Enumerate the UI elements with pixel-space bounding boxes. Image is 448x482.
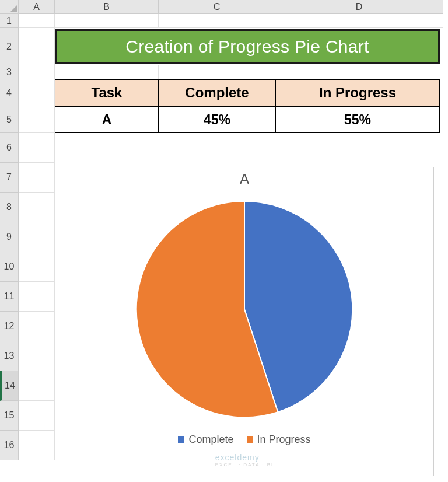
- chart-legend: Complete In Progress: [55, 434, 433, 446]
- table-header-complete[interactable]: Complete: [159, 79, 275, 106]
- watermark: exceldemy EXCEL · DATA · BI: [215, 453, 274, 467]
- pie-svg: [131, 195, 358, 423]
- cell[interactable]: [19, 431, 55, 460]
- legend-item-progress: In Progress: [247, 434, 311, 446]
- row-header-10[interactable]: 10: [0, 252, 19, 282]
- page-title-banner: Creation of Progress Pie Chart: [55, 29, 440, 64]
- watermark-brand: exceldemy: [215, 453, 260, 462]
- table-header-progress[interactable]: In Progress: [275, 79, 440, 106]
- row-header-13[interactable]: 13: [0, 341, 19, 371]
- row-header-6[interactable]: 6: [0, 133, 19, 163]
- cell[interactable]: [19, 28, 55, 65]
- cell[interactable]: [275, 65, 443, 79]
- cell[interactable]: [19, 401, 55, 431]
- cell[interactable]: [19, 341, 55, 371]
- cell[interactable]: [55, 14, 159, 28]
- cell[interactable]: [19, 282, 55, 312]
- col-header-b[interactable]: B: [55, 0, 159, 14]
- cell[interactable]: [19, 79, 55, 106]
- page-title: Creation of Progress Pie Chart: [125, 37, 369, 57]
- row-header-14[interactable]: 14: [0, 371, 19, 401]
- watermark-tag: EXCEL · DATA · BI: [215, 462, 274, 467]
- col-header-d[interactable]: D: [275, 0, 443, 14]
- cell[interactable]: [19, 65, 55, 79]
- cell[interactable]: [19, 133, 55, 163]
- chart-plot-area: [55, 195, 433, 423]
- cell[interactable]: [19, 163, 55, 193]
- row-header-16[interactable]: 16: [0, 431, 19, 460]
- row-header-11[interactable]: 11: [0, 282, 19, 312]
- table-header-task[interactable]: Task: [55, 79, 159, 106]
- cell[interactable]: [159, 14, 275, 28]
- row-header-15[interactable]: 15: [0, 401, 19, 431]
- cell[interactable]: [159, 65, 275, 79]
- cell[interactable]: [19, 106, 55, 133]
- cell[interactable]: [19, 14, 55, 28]
- legend-label: Complete: [188, 434, 233, 446]
- row-header-7[interactable]: 7: [0, 163, 19, 193]
- row-header-5[interactable]: 5: [0, 106, 19, 133]
- legend-label: In Progress: [257, 434, 311, 446]
- legend-swatch-icon: [247, 436, 253, 443]
- pie-chart[interactable]: A Complete In Progress exceldemy EXCEL ·…: [55, 167, 434, 476]
- col-header-c[interactable]: C: [159, 0, 275, 14]
- cell[interactable]: [19, 371, 55, 401]
- row-header-1[interactable]: 1: [0, 14, 19, 28]
- cell[interactable]: [55, 65, 159, 79]
- legend-item-complete: Complete: [178, 434, 233, 446]
- col-header-a[interactable]: A: [19, 0, 55, 14]
- cell[interactable]: [19, 252, 55, 282]
- table-cell-task[interactable]: A: [55, 106, 159, 133]
- chart-title: A: [55, 171, 433, 187]
- row-header-12[interactable]: 12: [0, 312, 19, 341]
- row-header-8[interactable]: 8: [0, 193, 19, 222]
- cell[interactable]: [275, 14, 443, 28]
- cell[interactable]: [19, 193, 55, 222]
- row-header-2[interactable]: 2: [0, 28, 19, 65]
- cell[interactable]: [19, 312, 55, 341]
- cell[interactable]: [19, 222, 55, 252]
- legend-swatch-icon: [178, 436, 184, 443]
- row-header-9[interactable]: 9: [0, 222, 19, 252]
- select-all-corner[interactable]: [0, 0, 19, 14]
- table-cell-complete[interactable]: 45%: [159, 106, 275, 133]
- row-header-3[interactable]: 3: [0, 65, 19, 79]
- table-cell-progress[interactable]: 55%: [275, 106, 440, 133]
- row-header-4[interactable]: 4: [0, 79, 19, 106]
